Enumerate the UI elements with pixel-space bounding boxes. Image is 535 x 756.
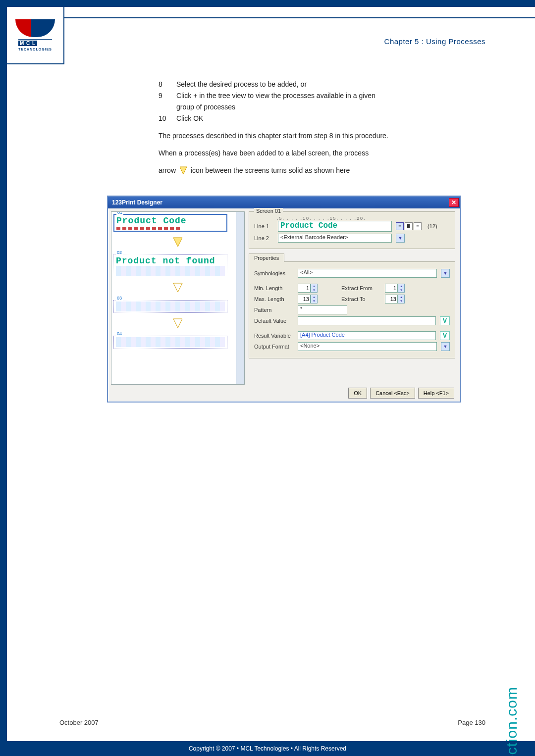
align-center-icon[interactable]: ≣: [405, 222, 413, 230]
print-designer-dialog: 123Print Designer ✕ ▲ 01 Product Code 02…: [107, 196, 461, 403]
cell-02-text: Product not found: [116, 256, 225, 266]
variable-picker-icon[interactable]: V: [440, 316, 450, 325]
svg-marker-1: [173, 238, 182, 247]
header-rule: [64, 17, 535, 18]
close-icon[interactable]: ✕: [449, 198, 459, 207]
copyright-text: Copyright © 2007 • MCL Technologies • Al…: [189, 745, 346, 752]
minlen-spinner[interactable]: ▲▼: [298, 284, 319, 293]
output-format-dropdown-icon[interactable]: ▼: [441, 342, 450, 351]
logo-text: M C L TECHNOLOGIES: [18, 39, 52, 51]
properties-box: Symbologies <All> ▼ Min. Length ▲▼ Extra…: [249, 261, 455, 358]
dialog-footer: OK Cancel <Esc> Help <F1>: [348, 388, 454, 399]
flow-arrow-icon: [172, 236, 184, 248]
symbologies-label: Symbologies: [254, 270, 294, 276]
svg-marker-3: [173, 319, 182, 328]
chapter-title: Chapter 5 : Using Processes: [384, 37, 485, 46]
align-icons: ≡ ≣ ≡: [396, 222, 422, 230]
output-format-label: Output Format: [254, 344, 294, 350]
step-10: 10Click OK: [159, 113, 456, 124]
footer-date: October 2007: [59, 719, 99, 726]
pattern-label: Pattern: [254, 307, 294, 313]
svg-marker-2: [173, 283, 182, 292]
flow-arrow-icon-2: [172, 281, 184, 293]
logo-tagline: TECHNOLOGIES: [18, 48, 52, 51]
svg-marker-0: [180, 167, 187, 174]
screen-group: Screen 01 .5. . . . .10. . . . .15. . . …: [249, 211, 455, 249]
extract-to-label: Extract To: [341, 296, 381, 302]
page-footer-bar: Copyright © 2007 • MCL Technologies • Al…: [0, 741, 535, 756]
extract-from-spinner[interactable]: ▲▼: [385, 284, 406, 293]
ruler: .5. . . . .10. . . . .15. . . . .20.: [277, 216, 450, 221]
char-count: (12): [428, 223, 437, 229]
result-variable-field[interactable]: [A4] Product Code: [298, 331, 436, 340]
cursor-row-icon: [116, 227, 224, 230]
symbologies-field[interactable]: <All>: [298, 269, 437, 278]
pattern-field[interactable]: *: [298, 305, 347, 314]
screen-cell-02[interactable]: 02 Product not found: [113, 254, 227, 277]
side-url: www.mcl-collection.com: [503, 687, 520, 756]
properties-tab[interactable]: Properties: [249, 253, 284, 262]
extract-from-label: Extract From: [341, 285, 381, 291]
align-left-icon[interactable]: ≡: [396, 222, 404, 230]
instruction-block: 8Select the desired process to be added,…: [159, 79, 456, 176]
screen-list-pane[interactable]: ▲ 01 Product Code 02 Product not found 0…: [111, 211, 245, 385]
paragraph-2a: When a process(es) have been added to a …: [159, 148, 456, 158]
step-9: 9Click + in the tree view to view the pr…: [159, 91, 456, 101]
step-9-cont: group of processes: [176, 102, 456, 112]
paragraph-1: The processes described in this chapter …: [159, 131, 456, 141]
extract-to-spinner[interactable]: ▲▼: [385, 295, 406, 303]
line1-field[interactable]: Product Code: [278, 221, 392, 232]
default-value-field[interactable]: [298, 316, 436, 325]
maxlen-label: Max. Length: [254, 296, 294, 302]
variable-picker-icon-2[interactable]: V: [440, 331, 450, 340]
process-arrow-icon: [178, 166, 189, 175]
symbologies-dropdown-icon[interactable]: ▼: [441, 269, 450, 278]
ok-button[interactable]: OK: [348, 388, 367, 399]
dialog-title: 123Print Designer: [112, 197, 162, 208]
lcd-grid-icon: [116, 266, 225, 276]
scroll-down-icon[interactable]: ▼: [237, 377, 243, 383]
align-right-icon[interactable]: ≡: [414, 222, 422, 230]
flow-arrow-icon-3: [172, 317, 184, 329]
line2-label: Line 2: [254, 235, 274, 241]
scroll-up-icon[interactable]: ▲: [237, 213, 243, 219]
maxlen-spinner[interactable]: ▲▼: [298, 295, 319, 303]
page-border-left: [0, 0, 7, 756]
help-button[interactable]: Help <F1>: [418, 388, 454, 399]
screen-cell-03[interactable]: 03: [113, 300, 227, 313]
screen-legend: Screen 01: [254, 208, 283, 214]
line1-label: Line 1: [254, 223, 274, 229]
page-border-top: [0, 0, 535, 7]
footer-page: Page 130: [458, 719, 485, 726]
dialog-titlebar: 123Print Designer ✕: [108, 197, 460, 208]
logo-acronym: M C L: [18, 41, 37, 46]
default-value-label: Default Value: [254, 318, 294, 324]
properties-pane: Screen 01 .5. . . . .10. . . . .15. . . …: [248, 208, 460, 388]
minlen-label: Min. Length: [254, 285, 294, 291]
step-8: 8Select the desired process to be added,…: [159, 79, 456, 90]
result-variable-label: Result Variable: [254, 333, 294, 339]
website-link[interactable]: www.mcl-collection.com: [503, 687, 520, 756]
logo-swoosh-icon: [15, 19, 55, 37]
paragraph-2b: arrow icon between the screens turns sol…: [159, 165, 456, 176]
screen-cell-01[interactable]: 01 Product Code: [113, 214, 227, 232]
cancel-button[interactable]: Cancel <Esc>: [370, 388, 415, 399]
output-format-field[interactable]: <None>: [298, 342, 437, 351]
screen-cell-04[interactable]: 04: [113, 336, 227, 349]
line2-dropdown-icon[interactable]: ▼: [396, 234, 405, 243]
cell-01-text: Product Code: [116, 216, 224, 226]
brand-logo: M C L TECHNOLOGIES: [7, 7, 64, 64]
line2-field[interactable]: <External Barcode Reader>: [278, 234, 392, 243]
